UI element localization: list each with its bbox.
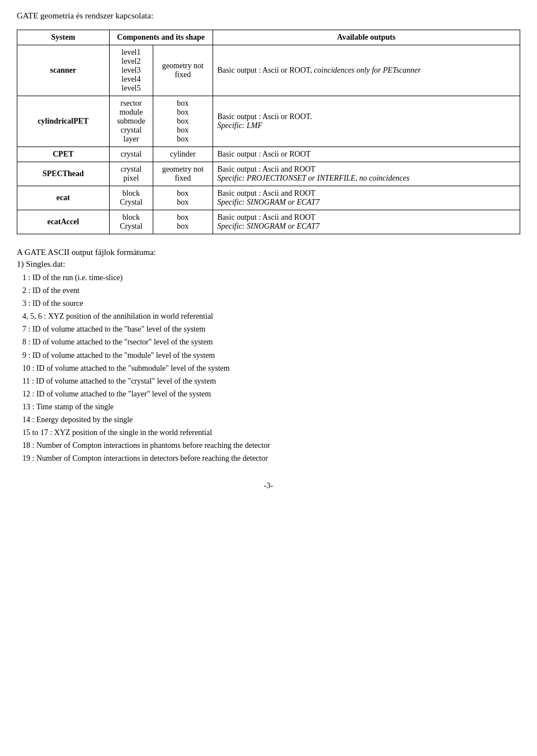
system-table: System Components and its shape Availabl… xyxy=(17,30,520,234)
components-cylindricalpet: rsectormodulesubmodecrystallayer xyxy=(109,96,153,147)
line-10: 12 : ID of volume attached to the "layer… xyxy=(22,388,520,400)
output-ecat: Basic output : Ascii and ROOT Specific: … xyxy=(213,186,520,210)
output-scanner: Basic output : Ascii or ROOT, coincidenc… xyxy=(213,45,520,96)
shape-ecat: boxbox xyxy=(153,186,213,210)
system-scanner: scanner xyxy=(17,45,110,96)
table-row: CPET crystal cylinder Basic output : Asc… xyxy=(17,147,520,162)
singles-content: 1 : ID of the run (i.e. time-slice) 2 : … xyxy=(22,271,520,465)
col-header-system: System xyxy=(17,30,110,45)
line-7: 9 : ID of volume attached to the "module… xyxy=(22,349,520,362)
page-number: -3- xyxy=(17,481,520,490)
line-13: 15 to 17 : XYZ position of the single in… xyxy=(22,426,520,439)
table-row: ecatAccel blockCrystal boxbox Basic outp… xyxy=(17,210,520,234)
line-3: 3 : ID of the source xyxy=(22,297,520,310)
table-row: cylindricalPET rsectormodulesubmodecryst… xyxy=(17,96,520,147)
line-15: 19 : Number of Compton interactions in d… xyxy=(22,452,520,465)
line-12: 14 : Energy deposited by the single xyxy=(22,413,520,426)
components-cpet: crystal xyxy=(109,147,153,162)
singles-subtitle: 1) Singles.dat: xyxy=(17,259,520,269)
ascii-section: A GATE ASCII output fájlok formátuma: 1)… xyxy=(17,248,520,465)
output-cpet: Basic output : Ascii or ROOT xyxy=(213,147,520,162)
table-row: scanner level1level2level3level4level5 g… xyxy=(17,45,520,96)
line-11: 13 : Time stamp of the single xyxy=(22,400,520,413)
output-cylindricalpet: Basic output : Ascii or ROOT.Specific: L… xyxy=(213,96,520,147)
components-ecat: blockCrystal xyxy=(109,186,153,210)
system-ecat: ecat xyxy=(17,186,110,210)
line-1: 1 : ID of the run (i.e. time-slice) xyxy=(22,271,520,284)
shape-cpet: cylinder xyxy=(153,147,213,162)
system-ecataccel: ecatAccel xyxy=(17,210,110,234)
line-6: 8 : ID of volume attached to the "rsecto… xyxy=(22,336,520,348)
line-2: 2 : ID of the event xyxy=(22,284,520,297)
shape-cylindricalpet: boxboxboxboxbox xyxy=(153,96,213,147)
components-ecataccel: blockCrystal xyxy=(109,210,153,234)
system-cylindricalpet: cylindricalPET xyxy=(17,96,110,147)
output-ecataccel: Basic output : Ascii and ROOT Specific: … xyxy=(213,210,520,234)
shape-specthead: geometry not fixed xyxy=(153,162,213,186)
components-scanner: level1level2level3level4level5 xyxy=(109,45,153,96)
system-specthead: SPECThead xyxy=(17,162,110,186)
table-row: SPECThead crystalpixel geometry not fixe… xyxy=(17,162,520,186)
line-8: 10 : ID of volume attached to the "submo… xyxy=(22,362,520,375)
line-9: 11 : ID of volume attached to the "cryst… xyxy=(22,375,520,388)
line-14: 18 : Number of Compton interactions in p… xyxy=(22,439,520,452)
line-4: 4, 5, 6 : XYZ position of the annihilati… xyxy=(22,310,520,323)
components-specthead: crystalpixel xyxy=(109,162,153,186)
ascii-title: A GATE ASCII output fájlok formátuma: xyxy=(17,248,520,257)
line-5: 7 : ID of volume attached to the "base" … xyxy=(22,323,520,336)
shape-ecataccel: boxbox xyxy=(153,210,213,234)
system-cpet: CPET xyxy=(17,147,110,162)
shape-scanner: geometry not fixed xyxy=(153,45,213,96)
table-row: ecat blockCrystal boxbox Basic output : … xyxy=(17,186,520,210)
col-header-components: Components and its shape xyxy=(109,30,213,45)
col-header-outputs: Available outputs xyxy=(213,30,520,45)
output-specthead: Basic output : Ascii and ROOT Specific: … xyxy=(213,162,520,186)
page-title: GATE geometria és rendszer kapcsolata: xyxy=(17,11,520,21)
